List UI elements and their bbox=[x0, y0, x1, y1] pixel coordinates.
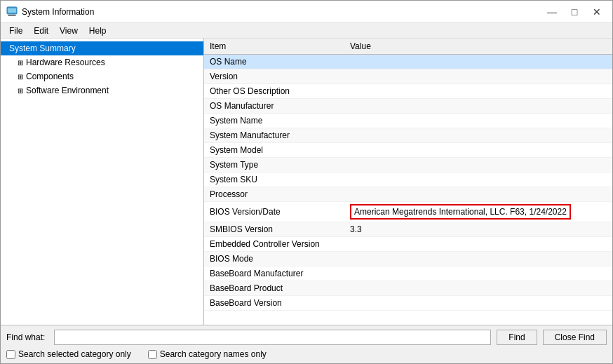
row-value-system-model bbox=[344, 143, 612, 158]
row-value-baseboard-product bbox=[344, 281, 612, 296]
row-item-bios-mode: BIOS Mode bbox=[204, 252, 344, 267]
row-item-bios-version: BIOS Version/Date bbox=[204, 202, 344, 222]
col-header-value: Value bbox=[344, 39, 612, 55]
menu-help[interactable]: Help bbox=[83, 25, 112, 36]
row-item-other-os-desc: Other OS Description bbox=[204, 84, 344, 99]
table-row: System Name bbox=[204, 114, 612, 128]
search-selected-option[interactable]: Search selected category only bbox=[6, 349, 131, 359]
row-value-baseboard-manufacturer bbox=[344, 267, 612, 281]
expand-icon-components: ⊞ bbox=[18, 73, 23, 81]
row-value-version bbox=[344, 69, 612, 84]
table-row: BIOS Mode bbox=[204, 252, 612, 267]
table-row: BaseBoard Product bbox=[204, 281, 612, 296]
menu-view[interactable]: View bbox=[54, 25, 83, 36]
row-item-smbios-version: SMBIOS Version bbox=[204, 222, 344, 237]
window-title: System Information bbox=[22, 7, 542, 17]
row-value-os-name bbox=[344, 55, 612, 69]
main-window: System Information — □ ✕ File Edit View … bbox=[0, 0, 613, 364]
table-row: Version bbox=[204, 69, 612, 84]
table-row: OS Manufacturer bbox=[204, 99, 612, 114]
find-label: Find what: bbox=[6, 332, 48, 342]
table-row: Processor bbox=[204, 187, 612, 202]
row-value-smbios-version: 3.3 bbox=[344, 222, 612, 237]
row-value-bios-version: American Megatrends International, LLC. … bbox=[344, 202, 612, 222]
row-value-system-type bbox=[344, 158, 612, 173]
sidebar: System Summary ⊞ Hardware Resources ⊞ Co… bbox=[1, 39, 204, 325]
find-row: Find what: Find Close Find bbox=[6, 330, 607, 345]
sidebar-label-software-environment: Software Environment bbox=[26, 86, 109, 95]
close-button[interactable]: ✕ bbox=[587, 5, 607, 19]
menu-edit[interactable]: Edit bbox=[28, 25, 54, 36]
row-item-baseboard-manufacturer: BaseBoard Manufacturer bbox=[204, 267, 344, 281]
window-controls: — □ ✕ bbox=[542, 5, 607, 19]
search-selected-checkbox[interactable] bbox=[6, 350, 15, 359]
menu-bar: File Edit View Help bbox=[1, 23, 612, 39]
row-item-processor: Processor bbox=[204, 187, 344, 202]
info-table: Item Value OS NameVersionOther OS Descri… bbox=[204, 39, 612, 311]
row-item-version: Version bbox=[204, 69, 344, 84]
search-options: Search selected category only Search cat… bbox=[6, 349, 607, 359]
row-item-system-name: System Name bbox=[204, 114, 344, 128]
find-button[interactable]: Find bbox=[497, 330, 537, 345]
row-value-system-name bbox=[344, 114, 612, 128]
table-row: Embedded Controller Version bbox=[204, 237, 612, 252]
svg-rect-3 bbox=[8, 8, 16, 13]
table-row: System SKU bbox=[204, 173, 612, 187]
table-row: SMBIOS Version3.3 bbox=[204, 222, 612, 237]
search-names-option[interactable]: Search category names only bbox=[148, 349, 267, 359]
row-item-baseboard-product: BaseBoard Product bbox=[204, 281, 344, 296]
table-row: BaseBoard Manufacturer bbox=[204, 267, 612, 281]
close-find-button[interactable]: Close Find bbox=[543, 330, 607, 345]
row-value-processor bbox=[344, 187, 612, 202]
search-names-checkbox[interactable] bbox=[148, 350, 157, 359]
row-value-os-manufacturer bbox=[344, 99, 612, 114]
table-row: Other OS Description bbox=[204, 84, 612, 99]
detail-table[interactable]: Item Value OS NameVersionOther OS Descri… bbox=[204, 39, 612, 325]
sidebar-label-system-summary: System Summary bbox=[9, 43, 76, 53]
table-row: BIOS Version/DateAmerican Megatrends Int… bbox=[204, 202, 612, 222]
row-value-other-os-desc bbox=[344, 84, 612, 99]
maximize-button[interactable]: □ bbox=[565, 5, 584, 19]
menu-file[interactable]: File bbox=[4, 25, 28, 36]
bios-value-highlight: American Megatrends International, LLC. … bbox=[350, 204, 571, 220]
row-value-embedded-controller bbox=[344, 237, 612, 252]
row-value-bios-mode bbox=[344, 252, 612, 267]
sidebar-label-components: Components bbox=[26, 72, 74, 81]
row-value-system-manufacturer bbox=[344, 128, 612, 143]
row-item-os-name: OS Name bbox=[204, 55, 344, 69]
sidebar-item-components[interactable]: ⊞ Components bbox=[1, 69, 203, 83]
row-item-baseboard-version: BaseBoard Version bbox=[204, 296, 344, 311]
row-value-system-sku bbox=[344, 173, 612, 187]
sidebar-item-system-summary[interactable]: System Summary bbox=[1, 41, 203, 55]
title-bar: System Information — □ ✕ bbox=[1, 1, 612, 23]
sidebar-item-hardware-resources[interactable]: ⊞ Hardware Resources bbox=[1, 55, 203, 69]
search-selected-label: Search selected category only bbox=[18, 349, 131, 359]
detail-panel: Item Value OS NameVersionOther OS Descri… bbox=[204, 39, 612, 325]
search-names-label: Search category names only bbox=[160, 349, 267, 359]
expand-icon-hardware-resources: ⊞ bbox=[18, 59, 23, 67]
col-header-item: Item bbox=[204, 39, 344, 55]
main-content: System Summary ⊞ Hardware Resources ⊞ Co… bbox=[1, 39, 612, 325]
table-row: OS Name bbox=[204, 55, 612, 69]
bottom-bar: Find what: Find Close Find Search select… bbox=[1, 325, 612, 363]
row-item-system-sku: System SKU bbox=[204, 173, 344, 187]
sidebar-label-hardware-resources: Hardware Resources bbox=[26, 58, 105, 67]
row-item-embedded-controller: Embedded Controller Version bbox=[204, 237, 344, 252]
row-item-system-manufacturer: System Manufacturer bbox=[204, 128, 344, 143]
minimize-button[interactable]: — bbox=[542, 5, 562, 19]
table-row: BaseBoard Version bbox=[204, 296, 612, 311]
row-item-os-manufacturer: OS Manufacturer bbox=[204, 99, 344, 114]
row-item-system-model: System Model bbox=[204, 143, 344, 158]
find-input[interactable] bbox=[54, 330, 491, 345]
table-row: System Manufacturer bbox=[204, 128, 612, 143]
row-item-system-type: System Type bbox=[204, 158, 344, 173]
expand-icon-software-environment: ⊞ bbox=[18, 87, 23, 95]
svg-rect-2 bbox=[8, 15, 16, 16]
row-value-baseboard-version bbox=[344, 296, 612, 311]
table-row: System Type bbox=[204, 158, 612, 173]
app-icon bbox=[6, 6, 18, 18]
sidebar-item-software-environment[interactable]: ⊞ Software Environment bbox=[1, 83, 203, 97]
table-row: System Model bbox=[204, 143, 612, 158]
